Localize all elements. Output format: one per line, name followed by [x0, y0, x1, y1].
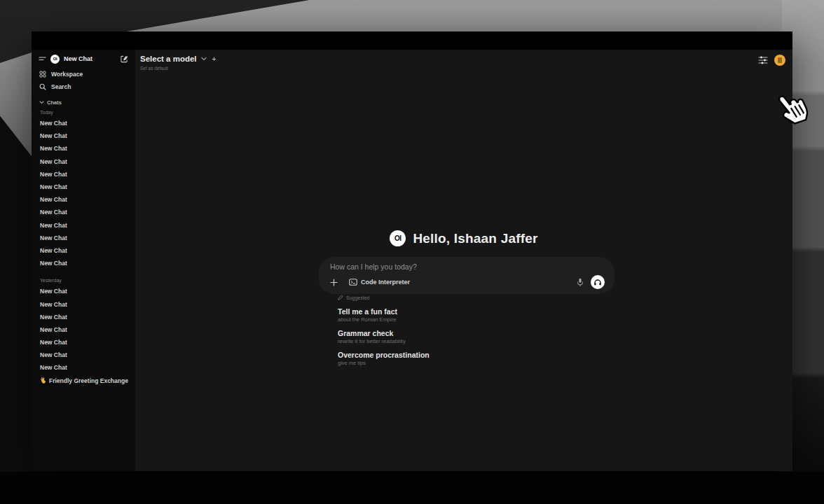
chat-item-friendly-greeting[interactable]: Friendly Greeting Exchange: [32, 374, 135, 387]
message-input[interactable]: [330, 262, 605, 273]
chats-section-toggle[interactable]: Chats: [32, 97, 135, 107]
window-top-strip: [32, 31, 792, 50]
user-avatar[interactable]: [774, 55, 785, 66]
list-item[interactable]: New Chat: [32, 219, 135, 232]
sidebar-toggle-icon[interactable]: [39, 56, 46, 62]
chat-group-label-today: Today: [32, 107, 135, 117]
composer-toolbar: Code Interpreter: [330, 275, 605, 289]
chevron-down-icon: [201, 57, 207, 61]
list-item[interactable]: New Chat: [32, 155, 135, 168]
add-model-button[interactable]: +: [212, 55, 217, 63]
sidebar-item-search[interactable]: Search: [32, 80, 135, 93]
set-as-default-button[interactable]: Set as default: [140, 66, 216, 71]
code-interpreter-toggle[interactable]: Code Interpreter: [349, 279, 410, 286]
greeting-text: Hello, Ishaan Jaffer: [413, 231, 537, 246]
prompt-title: Overcome procrastination: [338, 351, 569, 360]
app-logo: OI: [50, 55, 60, 64]
desktop-background: OI New Chat Workspace Search: [0, 0, 824, 504]
suggested-prompts: Tell me a fun fact about the Roman Empir…: [338, 307, 569, 367]
list-item[interactable]: New Chat: [32, 323, 135, 336]
list-item[interactable]: New Chat: [32, 285, 135, 298]
list-item[interactable]: New Chat: [32, 193, 135, 206]
suggested-label-row: Suggested: [338, 293, 569, 302]
list-item[interactable]: New Chat: [32, 181, 135, 193]
attach-plus-icon[interactable]: [330, 279, 338, 286]
greeting-block: OI Hello, Ishaan Jaffer: [135, 230, 792, 246]
list-item[interactable]: New Chat: [32, 232, 135, 244]
chat-group-label-yesterday: Yesterday: [32, 275, 135, 285]
microphone-icon[interactable]: [577, 278, 584, 287]
sidebar-item-workspace[interactable]: Workspace: [32, 68, 135, 80]
search-label: Search: [51, 83, 71, 90]
model-selector[interactable]: Select a model +: [140, 55, 216, 63]
list-item[interactable]: New Chat: [32, 257, 135, 270]
message-composer: Code Interpreter: [319, 257, 614, 294]
app-logo-large: OI: [390, 230, 406, 246]
list-item[interactable]: New Chat: [32, 206, 135, 218]
search-icon: [39, 83, 46, 90]
prompt-subtitle: rewrite it for better readability: [338, 338, 569, 345]
prompt-subtitle: about the Roman Empire: [338, 316, 569, 323]
list-item[interactable]: New Chat: [32, 311, 135, 323]
sidebar-title: New Chat: [64, 55, 116, 62]
list-item[interactable]: New Chat: [32, 349, 135, 361]
list-item[interactable]: New Chat: [32, 168, 135, 181]
wallpaper-bottom-band: [0, 472, 824, 504]
list-item[interactable]: New Chat: [32, 130, 135, 142]
headset-icon: [593, 279, 602, 286]
workspace-grid-icon: [39, 71, 46, 78]
pencil-spark-icon: [338, 295, 343, 300]
list-item[interactable]: New Chat: [32, 336, 135, 349]
sidebar: OI New Chat Workspace Search: [32, 50, 135, 471]
wallpaper-left-dark: [0, 91, 32, 504]
list-item[interactable]: New Chat: [32, 244, 135, 257]
wave-emoji-icon: [40, 377, 46, 384]
main-area: Select a model + Set as default OI Hello…: [135, 50, 792, 471]
topbar-right: [758, 55, 785, 66]
chevron-down-icon: [39, 101, 44, 104]
list-item[interactable]: New Chat: [32, 117, 135, 130]
chat-list-yesterday: New ChatNew ChatNew ChatNew ChatNew Chat…: [32, 285, 135, 374]
list-item[interactable]: New Chat: [32, 298, 135, 310]
list-item[interactable]: New Chat: [32, 142, 135, 155]
suggested-section: Suggested Tell me a fun fact about the R…: [338, 293, 569, 367]
new-chat-icon[interactable]: [121, 55, 128, 63]
model-selector-block: Select a model + Set as default: [140, 55, 216, 71]
suggested-prompt[interactable]: Grammar check rewrite it for better read…: [338, 329, 569, 345]
sidebar-header: OI New Chat: [32, 50, 135, 68]
controls-sliders-icon[interactable]: [758, 56, 768, 64]
model-selector-label: Select a model: [140, 55, 197, 63]
suggested-prompt[interactable]: Overcome procrastination give me tips: [338, 351, 569, 367]
open-webui-window: OI New Chat Workspace Search: [32, 31, 792, 471]
prompt-title: Tell me a fun fact: [338, 307, 569, 316]
code-interpreter-icon: [349, 279, 357, 286]
voice-call-button[interactable]: [591, 275, 605, 289]
suggested-prompt[interactable]: Tell me a fun fact about the Roman Empir…: [338, 307, 569, 323]
prompt-subtitle: give me tips: [338, 360, 569, 367]
prompt-title: Grammar check: [338, 329, 569, 338]
workspace-label: Workspace: [51, 71, 83, 78]
chat-list-today: New ChatNew ChatNew ChatNew ChatNew Chat…: [32, 117, 135, 270]
list-item[interactable]: New Chat: [32, 361, 135, 374]
